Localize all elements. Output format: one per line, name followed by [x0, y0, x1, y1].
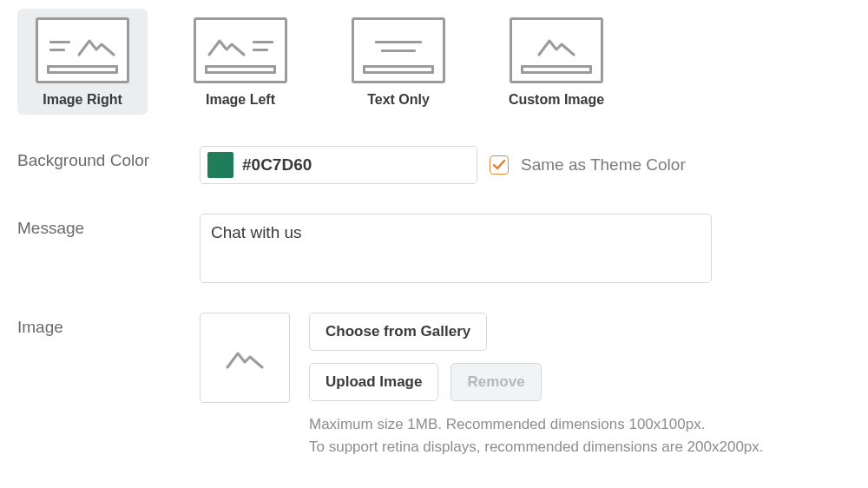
remove-image-button[interactable]: Remove — [450, 363, 541, 401]
mountains-icon — [536, 36, 577, 56]
label-background-color: Background Color — [17, 146, 200, 170]
choose-from-gallery-button[interactable]: Choose from Gallery — [309, 313, 487, 351]
image-preview[interactable] — [200, 313, 290, 403]
label-message: Message — [17, 214, 200, 238]
color-field[interactable] — [200, 146, 477, 184]
image-hint-line2: To support retina displays, recommended … — [309, 436, 764, 458]
row-image: Image Choose from Gallery Upload Image R… — [17, 313, 851, 459]
tile-preview — [194, 17, 287, 83]
layout-tile-custom-image[interactable]: Custom Image — [491, 9, 621, 115]
image-hint: Maximum size 1MB. Recommended dimensions… — [309, 413, 764, 459]
color-input[interactable] — [240, 147, 477, 183]
row-background-color: Background Color Same as Theme Color — [17, 146, 851, 184]
color-swatch[interactable] — [207, 152, 233, 178]
mountains-icon — [77, 36, 115, 56]
layout-tile-image-right[interactable]: Image Right — [17, 9, 148, 115]
layout-tile-image-left[interactable]: Image Left — [175, 9, 306, 115]
message-textarea[interactable] — [200, 214, 712, 283]
upload-image-button[interactable]: Upload Image — [309, 363, 438, 401]
checkbox-box[interactable] — [490, 155, 509, 175]
image-placeholder-icon — [226, 346, 264, 369]
tile-label: Text Only — [367, 92, 430, 108]
tile-preview — [352, 17, 445, 83]
tile-preview — [36, 17, 129, 83]
tile-label: Custom Image — [509, 92, 604, 108]
mountains-icon — [207, 36, 246, 56]
image-hint-line1: Maximum size 1MB. Recommended dimensions… — [309, 413, 764, 436]
label-image: Image — [17, 313, 200, 337]
same-as-theme-checkbox[interactable]: Same as Theme Color — [490, 155, 686, 175]
check-icon — [493, 160, 505, 170]
row-message: Message — [17, 214, 851, 283]
tile-label: Image Right — [43, 92, 122, 108]
tile-preview — [510, 17, 603, 83]
layout-tile-text-only[interactable]: Text Only — [333, 9, 464, 115]
tile-label: Image Left — [206, 92, 275, 108]
checkbox-label: Same as Theme Color — [521, 155, 686, 175]
layout-tile-row: Image Right Image Left Text O — [17, 9, 851, 115]
